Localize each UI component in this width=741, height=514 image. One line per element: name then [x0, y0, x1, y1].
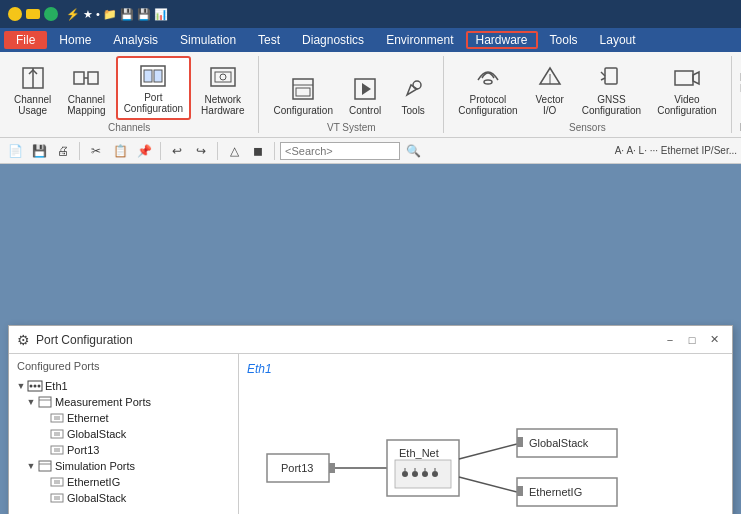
tree-simulation-ports[interactable]: ▼ Simulation Ports: [13, 458, 234, 474]
svg-point-56: [412, 471, 418, 477]
svg-point-27: [34, 385, 37, 388]
menu-diagnostics[interactable]: Diagnostics: [292, 31, 374, 49]
toolbar-copy[interactable]: 📋: [109, 141, 131, 161]
toolbar-redo[interactable]: ↪: [190, 141, 212, 161]
gnss-config-button[interactable]: GNSSConfiguration: [576, 60, 647, 120]
tree-port13[interactable]: Port13: [13, 442, 234, 458]
tree-eth1[interactable]: ▼ Eth1: [13, 378, 234, 394]
vt-configuration-label: Configuration: [273, 105, 332, 116]
tree-globalstack2[interactable]: GlobalStack: [13, 490, 234, 506]
svg-rect-69: [517, 486, 523, 496]
svg-rect-13: [296, 88, 310, 96]
port-configuration-button[interactable]: PortConfiguration: [116, 56, 191, 120]
toolbar: 📄 💾 🖨 ✂ 📋 📌 ↩ ↪ △ ◼ 🔍 A· A· L· ··· Ether…: [0, 138, 741, 164]
svg-point-26: [30, 385, 33, 388]
vector-io-icon: [536, 64, 564, 92]
channel-mapping-button[interactable]: ChannelMapping: [61, 60, 111, 120]
toolbar-paste[interactable]: 📌: [133, 141, 155, 161]
title-icon-1: [8, 7, 22, 21]
svg-point-58: [432, 471, 438, 477]
port-configuration-icon: [139, 62, 167, 90]
diagram-panel: Eth1 Port13 Eth_Net: [239, 354, 732, 514]
vector-io-button[interactable]: VectorI/O: [528, 60, 572, 120]
window-title-bar: ⚙ Port Configuration − □ ✕: [9, 326, 732, 354]
tree-globalstack[interactable]: GlobalStack: [13, 426, 234, 442]
toolbar-icon1[interactable]: △: [223, 141, 245, 161]
toolbar-new[interactable]: 📄: [4, 141, 26, 161]
svg-point-57: [422, 471, 428, 477]
toolbar-print[interactable]: 🖨: [52, 141, 74, 161]
svg-marker-24: [693, 72, 699, 84]
svg-text:EthernetIG: EthernetIG: [529, 486, 582, 498]
ethernet-label: Ethernet: [67, 412, 109, 424]
window-maximize[interactable]: □: [682, 331, 702, 349]
channel-mapping-icon: [72, 64, 100, 92]
ethernet-icon: [49, 411, 65, 425]
toolbar-cut[interactable]: ✂: [85, 141, 107, 161]
toolbar-sep2: [160, 142, 161, 160]
tree-measurement-ports[interactable]: ▼ Measurement Ports: [13, 394, 234, 410]
menu-analysis[interactable]: Analysis: [103, 31, 168, 49]
svg-point-16: [413, 81, 421, 89]
menu-tools[interactable]: Tools: [540, 31, 588, 49]
window-body: Configured Ports ▼ Eth1 ▼ Measurement Po…: [9, 354, 732, 514]
toolbar-sep3: [217, 142, 218, 160]
menu-test[interactable]: Test: [248, 31, 290, 49]
svg-line-63: [459, 444, 517, 459]
search-input[interactable]: [280, 142, 400, 160]
menu-bar: File Home Analysis Simulation Test Diagn…: [0, 28, 741, 52]
toolbar-save[interactable]: 💾: [28, 141, 50, 161]
svg-rect-45: [51, 494, 63, 502]
vt-tools-label: Tools: [402, 105, 425, 116]
menu-file[interactable]: File: [4, 31, 47, 49]
svg-rect-37: [51, 446, 63, 454]
gnss-config-icon: [597, 64, 625, 92]
svg-rect-42: [51, 478, 63, 486]
vt-tools-icon: [399, 75, 427, 103]
protocol-config-button[interactable]: ProtocolConfiguration: [452, 60, 523, 120]
toolbar-text-icons: A· A· L· ··· Ethernet IP/Ser...: [615, 145, 737, 156]
channels-buttons: ChannelUsage ChannelMapping PortConfigur…: [8, 56, 250, 120]
globalstack-label: GlobalStack: [67, 428, 126, 440]
ribbon: ChannelUsage ChannelMapping PortConfigur…: [0, 52, 741, 138]
vt-tools-button[interactable]: Tools: [391, 71, 435, 120]
tree-ethernet[interactable]: Ethernet: [13, 410, 234, 426]
title-bar: ⚡ ★ • 📁 💾 💾 📊: [0, 0, 741, 28]
menu-hardware[interactable]: Hardware: [466, 31, 538, 49]
globalstack-icon: [49, 427, 65, 441]
toolbar-icon2[interactable]: ◼: [247, 141, 269, 161]
channel-usage-button[interactable]: ChannelUsage: [8, 60, 57, 120]
measurement-ports-icon: [37, 395, 53, 409]
network-hardware-button[interactable]: NetworkHardware: [195, 60, 250, 120]
tree-panel: Configured Ports ▼ Eth1 ▼ Measurement Po…: [9, 354, 239, 514]
svg-rect-7: [154, 70, 162, 82]
video-config-label: VideoConfiguration: [657, 94, 716, 116]
menu-simulation[interactable]: Simulation: [170, 31, 246, 49]
svg-rect-29: [39, 397, 51, 407]
ribbon-group-vtsystem: Configuration Control Tools VT System: [267, 56, 444, 133]
gnss-config-label: GNSSConfiguration: [582, 94, 641, 116]
eth1-icon: [27, 379, 43, 393]
vt-configuration-button[interactable]: Configuration: [267, 71, 338, 120]
vector-io-label: VectorI/O: [536, 94, 564, 116]
globalstack2-icon: [49, 491, 65, 505]
measurement-ports-label: Measurement Ports: [55, 396, 151, 408]
title-icon-3: [44, 7, 58, 21]
toolbar-search-go[interactable]: 🔍: [402, 141, 424, 161]
title-bar-icons: ⚡ ★ • 📁 💾 💾 📊: [8, 7, 168, 21]
workspace: ⚙ Port Configuration − □ ✕ Configured Po…: [0, 164, 741, 514]
video-config-button[interactable]: VideoConfiguration: [651, 60, 722, 120]
ethernetig-icon: [49, 475, 65, 489]
simulation-ports-icon: [37, 459, 53, 473]
tree-ethernetig[interactable]: EthernetIG: [13, 474, 234, 490]
vt-control-button[interactable]: Control: [343, 71, 387, 120]
window-close[interactable]: ✕: [704, 331, 724, 349]
app-icons: ⚡ ★ • 📁 💾 💾 📊: [66, 8, 168, 21]
window-minimize[interactable]: −: [660, 331, 680, 349]
toolbar-undo[interactable]: ↩: [166, 141, 188, 161]
menu-layout[interactable]: Layout: [590, 31, 646, 49]
svg-rect-50: [329, 463, 335, 473]
expand-simulation: ▼: [25, 460, 37, 472]
menu-home[interactable]: Home: [49, 31, 101, 49]
menu-environment[interactable]: Environment: [376, 31, 463, 49]
